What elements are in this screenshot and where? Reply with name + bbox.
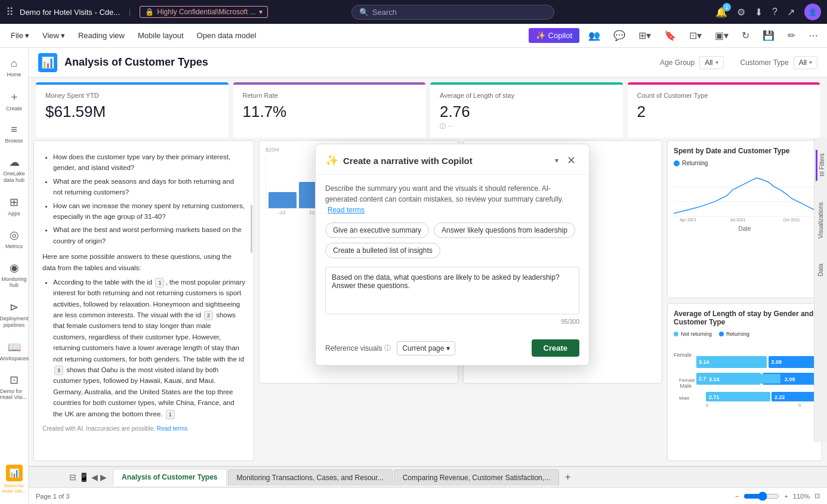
display-button[interactable]: ▣▾ — [711, 27, 733, 44]
female-returning-bar: 2.08 — [769, 356, 816, 368]
kpi-avg-length: Average of Length of stay 2.76 ⓘ ⋯ — [430, 82, 623, 138]
dialog-read-terms-link[interactable]: Read terms — [328, 206, 365, 214]
gender-bar-svg: Female 3.14 2.08 Male 2.71 2.22 0 5 — [674, 371, 816, 407]
fit-page-icon[interactable]: ⊡ — [814, 492, 820, 500]
file-menu[interactable]: File▾ — [5, 27, 35, 44]
sidebar-item-deployment[interactable]: ⊳ Deploymentpipelines — [0, 296, 28, 333]
dialog-textarea[interactable]: Based on the data, what questions are li… — [325, 267, 579, 314]
chevron-down-icon: ▾ — [61, 31, 65, 40]
question-1: How does the customer type vary by their… — [53, 151, 245, 174]
sidebar-item-demo[interactable]: 📊 Demo forHotel Visi... — [0, 460, 28, 499]
tab-analysis[interactable]: Analysis of Customer Types — [113, 469, 227, 486]
reference-dropdown[interactable]: Current page ▾ — [397, 341, 455, 355]
sidebar-item-monitoring[interactable]: ◉ Monitoringhub — [0, 256, 28, 294]
confidential-label: 🔒 Highly Confidential\Microsoft ... ▾ — [140, 6, 267, 18]
read-terms-link[interactable]: Read terms — [157, 425, 188, 432]
sidebar-item-apps[interactable]: ⊞ Apps — [0, 191, 28, 221]
co-author-button[interactable]: 👥 — [584, 27, 604, 44]
svg-text:2.71: 2.71 — [709, 394, 720, 400]
chip-leadership-questions[interactable]: Answer likely questions from leadership — [434, 222, 575, 238]
bookmark-button[interactable]: 🔖 — [660, 27, 680, 44]
ribbon: File▾ View▾ Reading view Mobile layout O… — [0, 24, 827, 48]
sidebar-item-onelake[interactable]: ☁ OneLakedata hub — [0, 151, 28, 188]
right-side-tabs: ☰ Filters Visualizations Data — [814, 138, 827, 442]
search-bar[interactable]: 🔍 Search — [351, 5, 554, 20]
sidebar-item-home[interactable]: ⌂ Home — [0, 52, 28, 82]
char-count: 95/300 — [325, 319, 579, 325]
sidebar-item-create[interactable]: ＋ Create — [0, 85, 28, 116]
narrative-intro: Here are some possible answers to these … — [42, 251, 245, 273]
line-chart-legend: Returning — [674, 160, 816, 166]
search-icon: 🔍 — [359, 8, 369, 17]
chevron-down-icon: ▾ — [25, 31, 29, 40]
tab-list-icon[interactable]: ⊟ — [69, 472, 76, 482]
svg-text:Male: Male — [679, 395, 690, 401]
age-group-filter[interactable]: All ▾ — [699, 56, 723, 69]
zoom-slider[interactable] — [743, 491, 779, 501]
sidebar-item-workspaces[interactable]: ⊡ Demo for Hotel Visi... — [0, 369, 28, 405]
scroll-indicator — [251, 205, 252, 252]
reading-view-button[interactable]: Reading view — [72, 27, 131, 44]
filter-group: Age Group All ▾ Customer Type All ▾ — [660, 56, 817, 69]
close-button[interactable]: ✕ — [563, 153, 579, 168]
dialog-body: Describe the summary you want and the vi… — [316, 175, 589, 333]
returning-dot — [674, 160, 680, 166]
layout-button[interactable]: ⊡▾ — [685, 27, 706, 44]
help-icon[interactable]: ? — [772, 7, 777, 17]
copilot-dialog: ✨ Create a narrative with Copilot ▾ ✕ De… — [315, 144, 590, 366]
svg-text:0: 0 — [706, 403, 709, 407]
question-2: What are the peak seasons and days for b… — [53, 176, 245, 198]
chevron-down-icon[interactable]: ▾ — [259, 8, 263, 16]
info-icon: ⓘ — [384, 344, 391, 353]
customer-type-filter[interactable]: All ▾ — [794, 56, 817, 69]
not-returning-dot — [674, 332, 678, 336]
mobile-layout-button[interactable]: Mobile layout — [132, 27, 190, 44]
create-button[interactable]: Create — [532, 339, 579, 357]
tab-monitoring[interactable]: Monitoring Transactions, Cases, and Reso… — [228, 469, 393, 486]
download-icon[interactable]: ⬇ — [755, 7, 763, 18]
more-button[interactable]: ⋯ — [804, 27, 822, 44]
add-tab-button[interactable]: + — [560, 469, 575, 485]
minus-zoom-icon[interactable]: − — [735, 493, 739, 500]
dialog-title: Create a narrative with Copilot — [343, 156, 550, 166]
save-button[interactable]: 💾 — [758, 27, 779, 44]
chip-executive-summary[interactable]: Give an executive summary — [325, 222, 429, 238]
visualizations-tab[interactable]: Visualizations — [816, 199, 825, 242]
settings-icon[interactable]: ⚙ — [737, 7, 745, 18]
kpi-money-spent: Money Spent YTD $61.59M — [36, 82, 229, 138]
chevron-down-icon[interactable]: ▾ — [555, 156, 558, 165]
dialog-footer: Reference visuals ⓘ Current page ▾ Creat… — [316, 333, 589, 365]
chip-bulleted-insights[interactable]: Create a bulleted list of insights — [325, 243, 440, 258]
chevron-down-icon: ▾ — [446, 344, 450, 353]
filters-tab[interactable]: ☰ Filters — [816, 150, 826, 181]
home-icon: ⌂ — [11, 57, 17, 70]
sidebar-item-browse[interactable]: ≡ Browse — [0, 119, 28, 149]
narrative-point-1: According to the table with the id 1, th… — [53, 277, 245, 419]
view-menu[interactable]: View▾ — [36, 27, 71, 44]
sidebar-item-learn[interactable]: 📖 Workspaces — [0, 336, 28, 366]
data-tab[interactable]: Data — [816, 260, 825, 280]
plus-zoom-icon[interactable]: + — [784, 493, 788, 500]
app-menu-icon[interactable]: ⠿ — [6, 5, 14, 18]
open-data-model-button[interactable]: Open data model — [191, 27, 263, 44]
question-3: How can we increase the money spent by r… — [53, 200, 245, 222]
ai-footer: Created with AI. Inaccuracies are possib… — [42, 424, 245, 434]
copilot-button[interactable]: ✨ Copilot — [529, 28, 579, 43]
pen-button[interactable]: ✏ — [783, 27, 800, 44]
view-toggle[interactable]: ⊞▾ — [634, 27, 655, 44]
svg-text:Oct 2021: Oct 2021 — [783, 218, 800, 222]
notification-icon[interactable]: 🔔 1 — [715, 7, 727, 18]
tab-comparing[interactable]: Comparing Revenue, Customer Satisfaction… — [394, 469, 559, 486]
comment-button[interactable]: 💬 — [609, 27, 629, 44]
tab-next-icon[interactable]: ▶ — [100, 472, 107, 482]
top-bar-icons: 🔔 1 ⚙ ⬇ ? ↗ 👤 — [715, 4, 821, 20]
tab-phone-icon[interactable]: 📱 — [79, 472, 89, 482]
share-icon[interactable]: ↗ — [787, 7, 795, 18]
line-chart-svg: Apr 2021 Jul 2021 Oct 2021 — [674, 169, 816, 222]
avatar[interactable]: 👤 — [804, 4, 821, 20]
sidebar-item-metrics[interactable]: ◎ Metrics — [0, 224, 28, 254]
date-axis-label: Date — [674, 225, 816, 232]
deployment-icon: ⊳ — [10, 301, 18, 314]
tab-prev-icon[interactable]: ◀ — [91, 472, 98, 482]
refresh-button[interactable]: ↻ — [737, 27, 754, 44]
